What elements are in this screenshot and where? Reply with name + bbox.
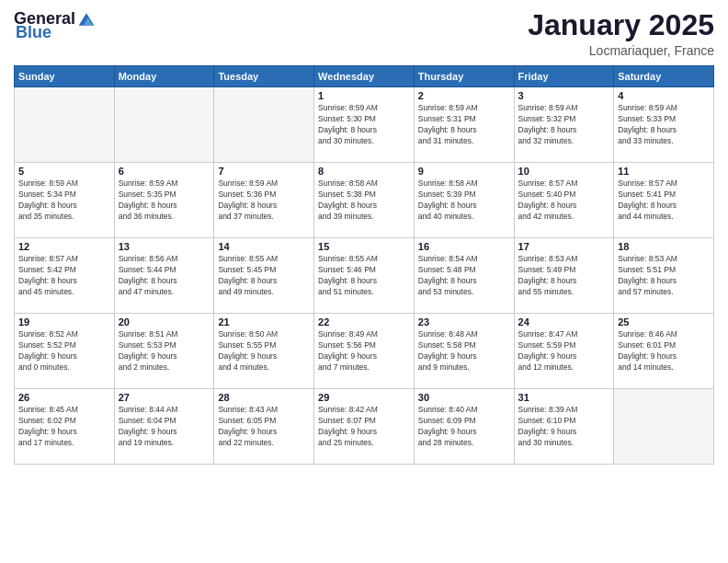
day-info: Sunrise: 8:48 AMSunset: 5:58 PMDaylight:…	[418, 329, 510, 373]
page: General Blue January 2025 Locmariaquer, …	[0, 0, 728, 563]
calendar-cell	[15, 87, 115, 163]
calendar-cell	[114, 87, 214, 163]
calendar-cell: 4Sunrise: 8:59 AMSunset: 5:33 PMDaylight…	[614, 87, 714, 163]
week-row-2: 5Sunrise: 8:59 AMSunset: 5:34 PMDaylight…	[15, 163, 714, 238]
calendar-cell: 6Sunrise: 8:59 AMSunset: 5:35 PMDaylight…	[114, 163, 214, 238]
day-number: 16	[418, 241, 510, 252]
weekday-header-friday: Friday	[514, 66, 614, 87]
day-info: Sunrise: 8:47 AMSunset: 5:59 PMDaylight:…	[518, 329, 610, 373]
day-info: Sunrise: 8:59 AMSunset: 5:32 PMDaylight:…	[518, 103, 610, 147]
day-number: 8	[318, 166, 410, 177]
calendar-cell: 5Sunrise: 8:59 AMSunset: 5:34 PMDaylight…	[15, 163, 115, 238]
day-number: 4	[618, 90, 710, 101]
day-number: 13	[119, 241, 210, 252]
day-number: 23	[418, 316, 510, 327]
calendar-cell: 27Sunrise: 8:44 AMSunset: 6:04 PMDayligh…	[114, 389, 214, 465]
calendar-cell: 1Sunrise: 8:59 AMSunset: 5:30 PMDaylight…	[314, 87, 415, 163]
day-number: 30	[418, 392, 510, 403]
calendar-cell: 22Sunrise: 8:49 AMSunset: 5:56 PMDayligh…	[314, 314, 415, 389]
day-number: 15	[318, 241, 410, 252]
day-info: Sunrise: 8:59 AMSunset: 5:30 PMDaylight:…	[318, 103, 410, 147]
day-number: 26	[18, 392, 110, 403]
calendar-cell: 9Sunrise: 8:58 AMSunset: 5:39 PMDaylight…	[414, 163, 514, 238]
day-number: 1	[318, 90, 410, 101]
day-info: Sunrise: 8:58 AMSunset: 5:39 PMDaylight:…	[418, 178, 510, 223]
calendar-cell: 26Sunrise: 8:45 AMSunset: 6:02 PMDayligh…	[15, 389, 115, 465]
day-info: Sunrise: 8:40 AMSunset: 6:09 PMDaylight:…	[418, 405, 510, 449]
calendar-cell: 12Sunrise: 8:57 AMSunset: 5:42 PMDayligh…	[15, 238, 115, 314]
calendar-cell: 15Sunrise: 8:55 AMSunset: 5:46 PMDayligh…	[314, 238, 415, 314]
weekday-header-saturday: Saturday	[614, 66, 714, 87]
logo-blue-text: Blue	[16, 23, 51, 42]
day-number: 6	[119, 166, 210, 177]
day-info: Sunrise: 8:53 AMSunset: 5:51 PMDaylight:…	[618, 254, 710, 298]
calendar-cell: 29Sunrise: 8:42 AMSunset: 6:07 PMDayligh…	[314, 389, 415, 465]
day-number: 31	[518, 392, 610, 403]
calendar-cell: 7Sunrise: 8:59 AMSunset: 5:36 PMDaylight…	[214, 163, 314, 238]
day-number: 18	[618, 241, 710, 252]
calendar-cell: 2Sunrise: 8:59 AMSunset: 5:31 PMDaylight…	[414, 87, 514, 163]
day-number: 28	[218, 392, 310, 403]
logo-icon	[77, 10, 96, 29]
weekday-header-wednesday: Wednesday	[314, 66, 415, 87]
day-number: 20	[119, 316, 210, 327]
day-info: Sunrise: 8:45 AMSunset: 6:02 PMDaylight:…	[18, 405, 110, 449]
day-info: Sunrise: 8:55 AMSunset: 5:45 PMDaylight:…	[218, 254, 310, 298]
day-info: Sunrise: 8:54 AMSunset: 5:48 PMDaylight:…	[418, 254, 510, 298]
day-info: Sunrise: 8:52 AMSunset: 5:52 PMDaylight:…	[18, 329, 110, 373]
day-info: Sunrise: 8:58 AMSunset: 5:38 PMDaylight:…	[318, 178, 410, 223]
day-number: 10	[518, 166, 610, 177]
day-number: 7	[218, 166, 310, 177]
calendar-cell: 19Sunrise: 8:52 AMSunset: 5:52 PMDayligh…	[15, 314, 115, 389]
logo-area: General Blue	[14, 9, 96, 42]
calendar-cell: 24Sunrise: 8:47 AMSunset: 5:59 PMDayligh…	[514, 314, 614, 389]
calendar-cell: 21Sunrise: 8:50 AMSunset: 5:55 PMDayligh…	[214, 314, 314, 389]
day-number: 25	[618, 316, 710, 327]
day-info: Sunrise: 8:56 AMSunset: 5:44 PMDaylight:…	[119, 254, 210, 298]
day-info: Sunrise: 8:51 AMSunset: 5:53 PMDaylight:…	[119, 329, 210, 373]
calendar-cell	[214, 87, 314, 163]
title-area: January 2025 Locmariaquer, France	[528, 9, 714, 58]
week-row-5: 26Sunrise: 8:45 AMSunset: 6:02 PMDayligh…	[15, 389, 714, 465]
day-number: 24	[518, 316, 610, 327]
calendar-cell: 8Sunrise: 8:58 AMSunset: 5:38 PMDaylight…	[314, 163, 415, 238]
calendar-cell: 30Sunrise: 8:40 AMSunset: 6:09 PMDayligh…	[414, 389, 514, 465]
day-number: 12	[18, 241, 110, 252]
calendar-cell: 3Sunrise: 8:59 AMSunset: 5:32 PMDaylight…	[514, 87, 614, 163]
day-info: Sunrise: 8:46 AMSunset: 6:01 PMDaylight:…	[618, 329, 710, 373]
day-number: 9	[418, 166, 510, 177]
calendar-cell: 17Sunrise: 8:53 AMSunset: 5:49 PMDayligh…	[514, 238, 614, 314]
day-number: 19	[18, 316, 110, 327]
weekday-header-sunday: Sunday	[15, 66, 115, 87]
day-info: Sunrise: 8:39 AMSunset: 6:10 PMDaylight:…	[518, 405, 610, 449]
weekday-header-monday: Monday	[114, 66, 214, 87]
calendar-cell: 10Sunrise: 8:57 AMSunset: 5:40 PMDayligh…	[514, 163, 614, 238]
day-number: 14	[218, 241, 310, 252]
calendar-cell: 16Sunrise: 8:54 AMSunset: 5:48 PMDayligh…	[414, 238, 514, 314]
calendar-cell: 28Sunrise: 8:43 AMSunset: 6:05 PMDayligh…	[214, 389, 314, 465]
calendar-cell: 11Sunrise: 8:57 AMSunset: 5:41 PMDayligh…	[614, 163, 714, 238]
week-row-3: 12Sunrise: 8:57 AMSunset: 5:42 PMDayligh…	[15, 238, 714, 314]
calendar-cell: 25Sunrise: 8:46 AMSunset: 6:01 PMDayligh…	[614, 314, 714, 389]
day-number: 2	[418, 90, 510, 101]
day-info: Sunrise: 8:59 AMSunset: 5:33 PMDaylight:…	[618, 103, 710, 147]
weekday-header-row: SundayMondayTuesdayWednesdayThursdayFrid…	[15, 66, 714, 87]
day-number: 21	[218, 316, 310, 327]
calendar-cell: 18Sunrise: 8:53 AMSunset: 5:51 PMDayligh…	[614, 238, 714, 314]
week-row-4: 19Sunrise: 8:52 AMSunset: 5:52 PMDayligh…	[15, 314, 714, 389]
day-info: Sunrise: 8:57 AMSunset: 5:41 PMDaylight:…	[618, 178, 710, 223]
week-row-1: 1Sunrise: 8:59 AMSunset: 5:30 PMDaylight…	[15, 87, 714, 163]
day-number: 5	[18, 166, 110, 177]
location: Locmariaquer, France	[528, 43, 714, 58]
month-title: January 2025	[528, 9, 714, 41]
day-info: Sunrise: 8:59 AMSunset: 5:36 PMDaylight:…	[218, 178, 310, 223]
day-number: 3	[518, 90, 610, 101]
day-number: 11	[618, 166, 710, 177]
day-info: Sunrise: 8:55 AMSunset: 5:46 PMDaylight:…	[318, 254, 410, 298]
day-info: Sunrise: 8:59 AMSunset: 5:31 PMDaylight:…	[418, 103, 510, 147]
day-info: Sunrise: 8:57 AMSunset: 5:40 PMDaylight:…	[518, 178, 610, 223]
day-info: Sunrise: 8:43 AMSunset: 6:05 PMDaylight:…	[218, 405, 310, 449]
day-info: Sunrise: 8:44 AMSunset: 6:04 PMDaylight:…	[119, 405, 210, 449]
day-info: Sunrise: 8:57 AMSunset: 5:42 PMDaylight:…	[18, 254, 110, 298]
day-info: Sunrise: 8:59 AMSunset: 5:34 PMDaylight:…	[18, 178, 110, 223]
